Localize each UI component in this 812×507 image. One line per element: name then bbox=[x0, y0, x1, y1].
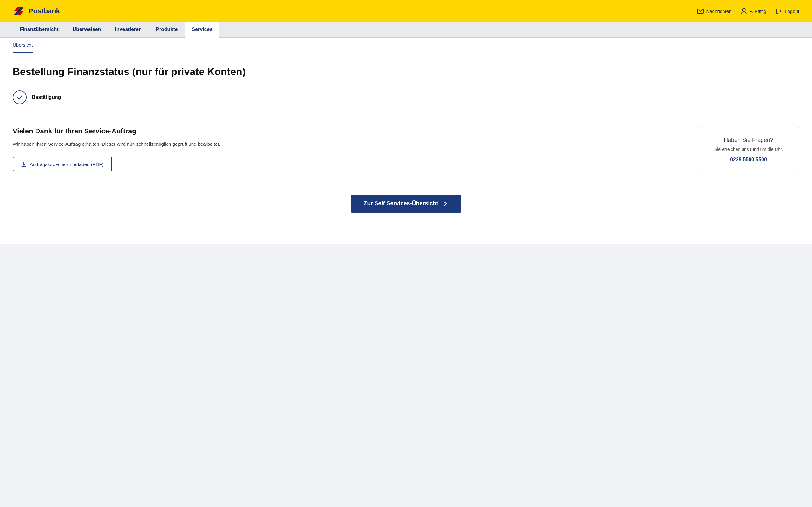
subnav-item-uebersicht[interactable]: Übersicht bbox=[13, 38, 33, 53]
contact-phone-link[interactable]: 0228 5500 5500 bbox=[730, 157, 767, 162]
logo-area: Postbank bbox=[13, 5, 60, 17]
main-content: Bestellung Finanzstatus (nur für private… bbox=[0, 53, 812, 244]
user-icon bbox=[741, 8, 747, 14]
contact-heading: Haben Sie Fragen? bbox=[706, 137, 792, 144]
nav-item-services[interactable]: Services bbox=[185, 22, 219, 38]
user-link[interactable]: P. Pfiffig bbox=[741, 8, 766, 14]
checkmark-icon bbox=[16, 94, 23, 101]
stepper: Bestätigung bbox=[13, 90, 799, 104]
messages-label: Nachrichten bbox=[706, 9, 731, 14]
navbar: Finanzübersicht Überweisen Investieren P… bbox=[0, 22, 812, 38]
download-pdf-button[interactable]: Auftragskopie herunterladen (PDF) bbox=[13, 157, 112, 171]
self-services-btn[interactable]: Zur Self Services-Übersicht bbox=[351, 194, 461, 213]
download-icon bbox=[21, 161, 27, 167]
content-left: Vielen Dank für Ihren Service-Auftrag Wi… bbox=[13, 127, 679, 171]
messages-icon bbox=[697, 9, 704, 14]
nav-item-ueberweisen[interactable]: Überweisen bbox=[66, 22, 108, 38]
download-btn-label: Auftragskopie herunterladen (PDF) bbox=[30, 162, 104, 167]
step-circle-bestaetigung bbox=[13, 90, 27, 104]
logo-text: Postbank bbox=[29, 7, 60, 15]
subnav: Übersicht bbox=[0, 38, 812, 53]
nav-item-finanzuebersicht[interactable]: Finanzübersicht bbox=[13, 22, 66, 38]
chevron-right-icon bbox=[442, 201, 449, 207]
content-section: Vielen Dank für Ihren Service-Auftrag Wi… bbox=[13, 127, 799, 172]
messages-link[interactable]: Nachrichten bbox=[697, 9, 731, 14]
logout-label: Logout bbox=[785, 9, 799, 14]
contact-subtext: Sie erreichen uns rund um die Uhr. bbox=[706, 147, 792, 152]
section-divider bbox=[13, 114, 799, 114]
postbank-logo-icon bbox=[13, 5, 26, 17]
content-heading: Vielen Dank für Ihren Service-Auftrag bbox=[13, 127, 679, 135]
header-right: Nachrichten P. Pfiffig Logout bbox=[697, 8, 799, 14]
primary-btn-label: Zur Self Services-Übersicht bbox=[363, 200, 438, 207]
user-label: P. Pfiffig bbox=[749, 9, 766, 14]
nav-item-investieren[interactable]: Investieren bbox=[108, 22, 149, 38]
step-label-bestaetigung: Bestätigung bbox=[32, 95, 61, 100]
bottom-action: Zur Self Services-Übersicht bbox=[13, 188, 799, 225]
contact-box: Haben Sie Fragen? Sie erreichen uns rund… bbox=[698, 127, 799, 172]
nav-item-produkte[interactable]: Produkte bbox=[149, 22, 185, 38]
logout-link[interactable]: Logout bbox=[776, 8, 799, 14]
page-title: Bestellung Finanzstatus (nur für private… bbox=[13, 66, 799, 78]
header: Postbank Nachrichten P. Pfiffig bbox=[0, 0, 812, 22]
svg-point-5 bbox=[742, 8, 745, 11]
logout-icon bbox=[776, 8, 782, 14]
content-body: Wir haben Ihren Service-Auftrag erhalten… bbox=[13, 140, 679, 148]
